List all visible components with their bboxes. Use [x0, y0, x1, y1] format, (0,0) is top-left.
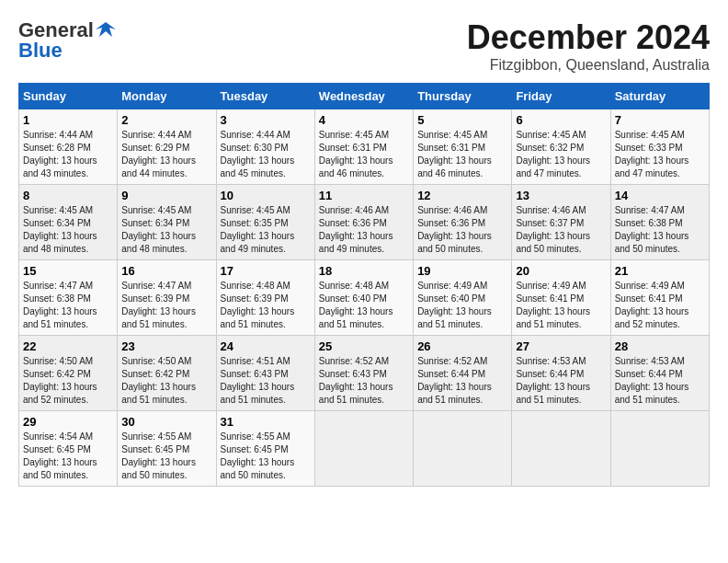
- day-number-26: 26: [417, 339, 507, 353]
- day-cell-11: 11Sunrise: 4:46 AMSunset: 6:36 PMDayligh…: [314, 185, 413, 260]
- day-cell-28: 28Sunrise: 4:53 AMSunset: 6:44 PMDayligh…: [610, 336, 709, 411]
- day-number-19: 19: [417, 264, 507, 278]
- day-cell-6: 6Sunrise: 4:45 AMSunset: 6:32 PMDaylight…: [512, 109, 610, 185]
- day-detail-11: Sunrise: 4:46 AMSunset: 6:36 PMDaylight:…: [319, 204, 409, 256]
- day-cell-16: 16Sunrise: 4:47 AMSunset: 6:39 PMDayligh…: [118, 260, 216, 336]
- day-number-14: 14: [615, 189, 705, 202]
- day-number-24: 24: [221, 339, 311, 353]
- day-number-31: 31: [221, 415, 311, 429]
- day-number-27: 27: [516, 339, 606, 353]
- day-detail-15: Sunrise: 4:47 AMSunset: 6:38 PMDaylight:…: [23, 280, 113, 331]
- day-detail-10: Sunrise: 4:45 AMSunset: 6:35 PMDaylight:…: [221, 204, 311, 256]
- month-title: December 2024: [467, 18, 710, 57]
- week-row-3: 15Sunrise: 4:47 AMSunset: 6:38 PMDayligh…: [19, 260, 710, 336]
- day-detail-20: Sunrise: 4:49 AMSunset: 6:41 PMDaylight:…: [516, 280, 606, 331]
- empty-cell-4-3: [314, 411, 413, 487]
- day-detail-3: Sunrise: 4:44 AMSunset: 6:30 PMDaylight:…: [221, 129, 311, 180]
- day-number-30: 30: [121, 415, 211, 429]
- day-detail-19: Sunrise: 4:49 AMSunset: 6:40 PMDaylight:…: [417, 280, 507, 331]
- day-number-7: 7: [615, 113, 705, 127]
- day-cell-7: 7Sunrise: 4:45 AMSunset: 6:33 PMDaylight…: [610, 109, 709, 185]
- day-number-28: 28: [615, 339, 705, 353]
- day-detail-29: Sunrise: 4:54 AMSunset: 6:45 PMDaylight:…: [23, 431, 113, 482]
- header-friday: Friday: [512, 84, 610, 109]
- day-cell-4: 4Sunrise: 4:45 AMSunset: 6:31 PMDaylight…: [314, 109, 413, 185]
- week-row-4: 22Sunrise: 4:50 AMSunset: 6:42 PMDayligh…: [19, 336, 710, 411]
- logo: General Blue: [18, 18, 116, 63]
- day-number-18: 18: [319, 264, 409, 278]
- svg-marker-0: [96, 22, 116, 37]
- day-detail-23: Sunrise: 4:50 AMSunset: 6:42 PMDaylight:…: [121, 355, 211, 407]
- day-cell-23: 23Sunrise: 4:50 AMSunset: 6:42 PMDayligh…: [118, 336, 216, 411]
- day-number-12: 12: [417, 189, 507, 202]
- day-detail-1: Sunrise: 4:44 AMSunset: 6:28 PMDaylight:…: [23, 129, 113, 180]
- empty-cell-4-4: [414, 411, 512, 487]
- location-text: Fitzgibbon, Queensland, Australia: [467, 57, 710, 74]
- day-number-10: 10: [221, 189, 311, 202]
- day-cell-2: 2Sunrise: 4:44 AMSunset: 6:29 PMDaylight…: [118, 109, 216, 185]
- day-number-20: 20: [516, 264, 606, 278]
- day-detail-2: Sunrise: 4:44 AMSunset: 6:29 PMDaylight:…: [121, 129, 211, 180]
- day-number-5: 5: [417, 113, 507, 127]
- day-number-22: 22: [23, 339, 113, 353]
- header-thursday: Thursday: [414, 84, 512, 109]
- day-cell-26: 26Sunrise: 4:52 AMSunset: 6:44 PMDayligh…: [414, 336, 512, 411]
- day-detail-4: Sunrise: 4:45 AMSunset: 6:31 PMDaylight:…: [319, 129, 409, 180]
- day-detail-8: Sunrise: 4:45 AMSunset: 6:34 PMDaylight:…: [23, 204, 113, 256]
- day-cell-17: 17Sunrise: 4:48 AMSunset: 6:39 PMDayligh…: [216, 260, 314, 336]
- day-number-29: 29: [23, 415, 113, 429]
- day-number-15: 15: [23, 264, 113, 278]
- week-row-1: 1Sunrise: 4:44 AMSunset: 6:28 PMDaylight…: [19, 109, 710, 185]
- day-number-17: 17: [221, 264, 311, 278]
- day-detail-21: Sunrise: 4:49 AMSunset: 6:41 PMDaylight:…: [615, 280, 705, 331]
- day-detail-24: Sunrise: 4:51 AMSunset: 6:43 PMDaylight:…: [221, 355, 311, 407]
- day-number-23: 23: [121, 339, 211, 353]
- day-number-16: 16: [121, 264, 211, 278]
- day-cell-15: 15Sunrise: 4:47 AMSunset: 6:38 PMDayligh…: [19, 260, 118, 336]
- day-detail-27: Sunrise: 4:53 AMSunset: 6:44 PMDaylight:…: [516, 355, 606, 407]
- day-number-25: 25: [319, 339, 409, 353]
- day-number-3: 3: [221, 113, 311, 127]
- day-number-2: 2: [121, 113, 211, 127]
- day-detail-7: Sunrise: 4:45 AMSunset: 6:33 PMDaylight:…: [615, 129, 705, 180]
- day-cell-10: 10Sunrise: 4:45 AMSunset: 6:35 PMDayligh…: [216, 185, 314, 260]
- day-cell-18: 18Sunrise: 4:48 AMSunset: 6:40 PMDayligh…: [314, 260, 413, 336]
- day-number-4: 4: [319, 113, 409, 127]
- calendar-table: SundayMondayTuesdayWednesdayThursdayFrid…: [18, 83, 710, 487]
- day-number-9: 9: [121, 189, 211, 202]
- day-detail-12: Sunrise: 4:46 AMSunset: 6:36 PMDaylight:…: [417, 204, 507, 256]
- day-detail-26: Sunrise: 4:52 AMSunset: 6:44 PMDaylight:…: [417, 355, 507, 407]
- day-detail-28: Sunrise: 4:53 AMSunset: 6:44 PMDaylight:…: [615, 355, 705, 407]
- day-detail-22: Sunrise: 4:50 AMSunset: 6:42 PMDaylight:…: [23, 355, 113, 407]
- day-cell-29: 29Sunrise: 4:54 AMSunset: 6:45 PMDayligh…: [19, 411, 118, 487]
- day-cell-1: 1Sunrise: 4:44 AMSunset: 6:28 PMDaylight…: [19, 109, 118, 185]
- day-number-8: 8: [23, 189, 113, 202]
- logo-bird-icon: [96, 20, 116, 37]
- day-cell-8: 8Sunrise: 4:45 AMSunset: 6:34 PMDaylight…: [19, 185, 118, 260]
- day-cell-13: 13Sunrise: 4:46 AMSunset: 6:37 PMDayligh…: [512, 185, 610, 260]
- header-monday: Monday: [118, 84, 216, 109]
- day-cell-27: 27Sunrise: 4:53 AMSunset: 6:44 PMDayligh…: [512, 336, 610, 411]
- logo-blue: Blue: [18, 39, 63, 63]
- header-row: SundayMondayTuesdayWednesdayThursdayFrid…: [19, 84, 710, 109]
- day-cell-9: 9Sunrise: 4:45 AMSunset: 6:34 PMDaylight…: [118, 185, 216, 260]
- day-cell-25: 25Sunrise: 4:52 AMSunset: 6:43 PMDayligh…: [314, 336, 413, 411]
- week-row-5: 29Sunrise: 4:54 AMSunset: 6:45 PMDayligh…: [19, 411, 710, 487]
- day-detail-31: Sunrise: 4:55 AMSunset: 6:45 PMDaylight:…: [221, 431, 311, 482]
- day-number-13: 13: [516, 189, 606, 202]
- day-cell-21: 21Sunrise: 4:49 AMSunset: 6:41 PMDayligh…: [610, 260, 709, 336]
- day-detail-13: Sunrise: 4:46 AMSunset: 6:37 PMDaylight:…: [516, 204, 606, 256]
- day-cell-19: 19Sunrise: 4:49 AMSunset: 6:40 PMDayligh…: [414, 260, 512, 336]
- day-cell-22: 22Sunrise: 4:50 AMSunset: 6:42 PMDayligh…: [19, 336, 118, 411]
- day-detail-17: Sunrise: 4:48 AMSunset: 6:39 PMDaylight:…: [221, 280, 311, 331]
- day-number-1: 1: [23, 113, 113, 127]
- day-detail-25: Sunrise: 4:52 AMSunset: 6:43 PMDaylight:…: [319, 355, 409, 407]
- week-row-2: 8Sunrise: 4:45 AMSunset: 6:34 PMDaylight…: [19, 185, 710, 260]
- day-detail-30: Sunrise: 4:55 AMSunset: 6:45 PMDaylight:…: [121, 431, 211, 482]
- day-number-11: 11: [319, 189, 409, 202]
- header-saturday: Saturday: [610, 84, 709, 109]
- day-cell-24: 24Sunrise: 4:51 AMSunset: 6:43 PMDayligh…: [216, 336, 314, 411]
- header-sunday: Sunday: [19, 84, 118, 109]
- day-detail-5: Sunrise: 4:45 AMSunset: 6:31 PMDaylight:…: [417, 129, 507, 180]
- title-section: December 2024 Fitzgibbon, Queensland, Au…: [467, 18, 710, 74]
